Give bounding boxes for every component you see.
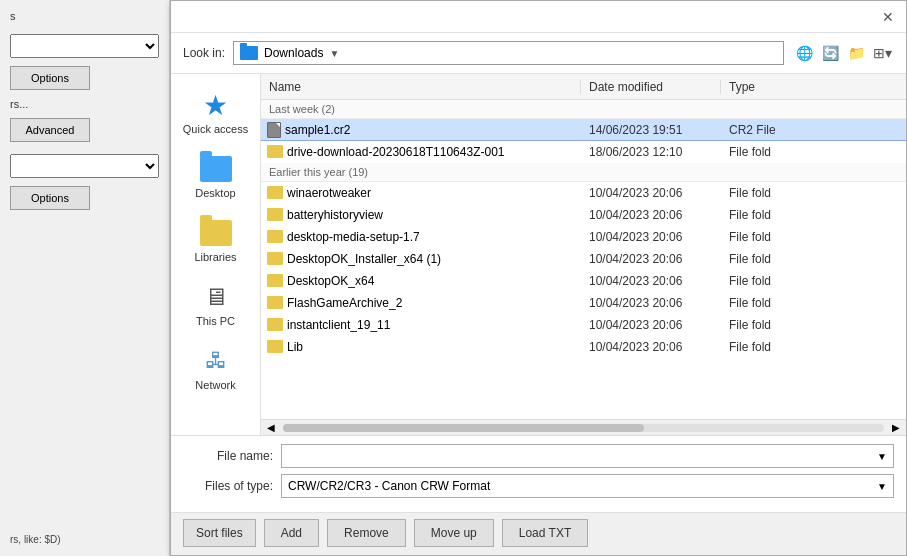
file-date-cell: 10/04/2023 20:06 xyxy=(581,208,721,222)
table-row[interactable]: instantclient_19_11 10/04/2023 20:06 Fil… xyxy=(261,314,906,336)
folder-icon xyxy=(267,296,283,309)
left-label-1: s xyxy=(10,10,159,22)
table-row[interactable]: winaerotweaker 10/04/2023 20:06 File fol… xyxy=(261,182,906,204)
remove-button[interactable]: Remove xyxy=(327,519,406,547)
group-label-earlier: Earlier this year (19) xyxy=(261,163,906,182)
file-icon xyxy=(267,122,281,138)
sidebar-label-desktop: Desktop xyxy=(195,187,235,199)
filename-dropdown-arrow: ▼ xyxy=(877,451,887,462)
scroll-left-btn[interactable]: ◀ xyxy=(263,422,279,433)
file-date-cell: 10/04/2023 20:06 xyxy=(581,186,721,200)
lookin-dropdown-arrow: ▼ xyxy=(329,48,339,59)
file-date-cell: 18/06/2023 12:10 xyxy=(581,145,721,159)
file-name-cell: sample1.cr2 xyxy=(261,122,581,138)
scroll-track[interactable] xyxy=(283,424,884,432)
file-name-cell: desktop-media-setup-1.7 xyxy=(261,230,581,244)
file-type-cell: File fold xyxy=(721,186,906,200)
toolbar-icons: 🌐 🔄 📁 ⊞▾ xyxy=(792,41,894,65)
file-type-cell: File fold xyxy=(721,296,906,310)
file-name-cell: DesktopOK_Installer_x64 (1) xyxy=(261,252,581,266)
file-list-scroll[interactable]: Last week (2) sample1.cr2 14/06/2023 19:… xyxy=(261,100,906,419)
toolbar-btn-up[interactable]: 🔄 xyxy=(818,41,842,65)
filetype-row: Files of type: CRW/CR2/CR3 - Canon CRW F… xyxy=(183,474,894,498)
table-row[interactable]: DesktopOK_Installer_x64 (1) 10/04/2023 2… xyxy=(261,248,906,270)
table-row[interactable]: DesktopOK_x64 10/04/2023 20:06 File fold xyxy=(261,270,906,292)
toolbar-btn-newfolder[interactable]: 📁 xyxy=(844,41,868,65)
sidebar-item-libraries[interactable]: Libraries xyxy=(176,210,256,270)
folder-icon xyxy=(267,274,283,287)
desktop-icon xyxy=(200,153,232,185)
sidebar-item-network[interactable]: 🖧 Network xyxy=(176,338,256,398)
content-area: ★ Quick access Desktop Libraries xyxy=(171,74,906,435)
file-name-cell: instantclient_19_11 xyxy=(261,318,581,332)
file-type-cell: File fold xyxy=(721,252,906,266)
filename-label: File name: xyxy=(183,449,273,463)
options-button-2[interactable]: Options xyxy=(10,186,90,210)
left-bottom-text: rs, like: $D) xyxy=(10,534,61,545)
toolbar-btn-view[interactable]: ⊞▾ xyxy=(870,41,894,65)
lookin-select[interactable]: Downloads ▼ xyxy=(233,41,784,65)
col-date-header: Date modified xyxy=(581,80,721,94)
file-type-cell: File fold xyxy=(721,145,906,159)
filename-row: File name: ▼ xyxy=(183,444,894,468)
sort-files-button[interactable]: Sort files xyxy=(183,519,256,547)
file-type-cell: File fold xyxy=(721,274,906,288)
sidebar-label-quick-access: Quick access xyxy=(183,123,248,135)
sidebar-item-this-pc[interactable]: 🖥 This PC xyxy=(176,274,256,334)
table-row[interactable]: batteryhistoryview 10/04/2023 20:06 File… xyxy=(261,204,906,226)
folder-icon xyxy=(267,208,283,221)
network-icon: 🖧 xyxy=(200,345,232,377)
folder-icon xyxy=(267,186,283,199)
file-name-cell: winaerotweaker xyxy=(261,186,581,200)
file-date-cell: 10/04/2023 20:06 xyxy=(581,318,721,332)
folder-icon xyxy=(267,340,283,353)
file-list-header: Name Date modified Type xyxy=(261,74,906,100)
bottom-form: File name: ▼ Files of type: CRW/CR2/CR3 … xyxy=(171,435,906,512)
toolbar-btn-back[interactable]: 🌐 xyxy=(792,41,816,65)
file-name-cell: DesktopOK_x64 xyxy=(261,274,581,288)
file-name-cell: drive-download-20230618T110643Z-001 xyxy=(261,145,581,159)
table-row[interactable]: drive-download-20230618T110643Z-001 18/0… xyxy=(261,141,906,163)
table-row[interactable]: desktop-media-setup-1.7 10/04/2023 20:06… xyxy=(261,226,906,248)
left-dropdown-2[interactable] xyxy=(10,154,159,178)
table-row[interactable]: Lib 10/04/2023 20:06 File fold xyxy=(261,336,906,358)
sidebar-item-desktop[interactable]: Desktop xyxy=(176,146,256,206)
lookin-label: Look in: xyxy=(183,46,225,60)
file-date-cell: 10/04/2023 20:06 xyxy=(581,296,721,310)
file-date-cell: 14/06/2023 19:51 xyxy=(581,123,721,137)
sidebar-label-network: Network xyxy=(195,379,235,391)
close-button[interactable]: ✕ xyxy=(878,7,898,27)
folder-icon xyxy=(267,230,283,243)
scroll-thumb[interactable] xyxy=(283,424,644,432)
file-date-cell: 10/04/2023 20:06 xyxy=(581,230,721,244)
table-row[interactable]: sample1.cr2 14/06/2023 19:51 CR2 File xyxy=(261,119,906,141)
options-button-1[interactable]: Options xyxy=(10,66,90,90)
horizontal-scrollbar[interactable]: ◀ ▶ xyxy=(261,419,906,435)
file-name-cell: FlashGameArchive_2 xyxy=(261,296,581,310)
file-name-cell: Lib xyxy=(261,340,581,354)
filetype-select[interactable]: CRW/CR2/CR3 - Canon CRW Format ▼ xyxy=(281,474,894,498)
sidebar-label-this-pc: This PC xyxy=(196,315,235,327)
sidebar-item-quick-access[interactable]: ★ Quick access xyxy=(176,82,256,142)
file-type-cell: CR2 File xyxy=(721,123,906,137)
scroll-right-btn[interactable]: ▶ xyxy=(888,422,904,433)
folder-blue-icon xyxy=(240,46,258,60)
advanced-button[interactable]: Advanced xyxy=(10,118,90,142)
left-label-2: rs... xyxy=(10,98,159,110)
file-type-cell: File fold xyxy=(721,208,906,222)
this-pc-icon: 🖥 xyxy=(200,281,232,313)
file-list-container: Name Date modified Type Last week (2) sa… xyxy=(261,74,906,435)
move-up-button[interactable]: Move up xyxy=(414,519,494,547)
col-type-header: Type xyxy=(721,80,906,94)
left-dropdown-1[interactable] xyxy=(10,34,159,58)
button-row: Sort files Add Remove Move up Load TXT xyxy=(171,512,906,555)
load-txt-button[interactable]: Load TXT xyxy=(502,519,588,547)
filename-input[interactable]: ▼ xyxy=(281,444,894,468)
table-row[interactable]: FlashGameArchive_2 10/04/2023 20:06 File… xyxy=(261,292,906,314)
filetype-value: CRW/CR2/CR3 - Canon CRW Format xyxy=(288,479,490,493)
add-button[interactable]: Add xyxy=(264,519,319,547)
file-type-cell: File fold xyxy=(721,230,906,244)
quick-access-icon: ★ xyxy=(200,89,232,121)
filetype-dropdown-arrow: ▼ xyxy=(877,481,887,492)
folder-icon xyxy=(267,145,283,158)
